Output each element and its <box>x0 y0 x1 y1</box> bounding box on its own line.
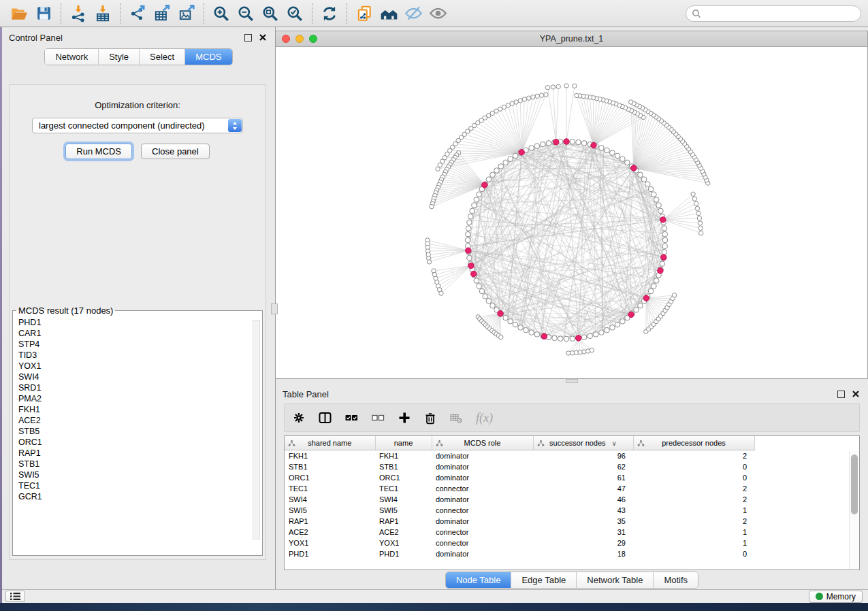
table-cell[interactable]: 1 <box>633 538 754 548</box>
tab-node-table[interactable]: Node Table <box>446 572 511 588</box>
create-column-button[interactable] <box>398 412 411 424</box>
mcds-result-item[interactable]: GCR1 <box>18 491 253 502</box>
close-mcds-panel-button[interactable]: Close panel <box>141 144 210 159</box>
table-cell[interactable]: STB1 <box>375 461 432 472</box>
float-panel-button[interactable] <box>242 32 253 43</box>
zoom-fit-button[interactable] <box>258 2 283 25</box>
column-header-mcds-role[interactable]: MCDS role <box>432 436 533 450</box>
tab-network[interactable]: Network <box>45 49 98 65</box>
tab-mcds[interactable]: MCDS <box>184 49 231 65</box>
zoom-in-button[interactable] <box>209 2 234 25</box>
table-cell[interactable]: dominator <box>432 548 533 559</box>
table-cell[interactable]: 47 <box>533 483 633 494</box>
network-graph[interactable] <box>276 47 865 378</box>
table-row[interactable]: RAP1RAP1dominator352 <box>285 516 754 527</box>
table-scrollbar-thumb[interactable] <box>851 455 858 514</box>
mcds-result-item[interactable]: ACE2 <box>18 415 253 426</box>
table-cell[interactable]: dominator <box>432 472 533 483</box>
table-cell[interactable]: dominator <box>432 450 533 462</box>
table-row[interactable]: STB1STB1dominator620 <box>285 461 754 472</box>
table-cell[interactable]: SWI4 <box>375 494 432 505</box>
table-cell[interactable]: 2 <box>633 483 754 494</box>
table-row[interactable]: SWI5SWI5connector431 <box>285 505 754 516</box>
table-row[interactable]: FKH1FKH1dominator962 <box>285 450 754 462</box>
table-cell[interactable]: RAP1 <box>375 516 432 527</box>
table-settings-button[interactable] <box>293 412 305 424</box>
table-cell[interactable]: PHD1 <box>375 548 432 559</box>
column-header-predecessor-nodes[interactable]: predecessor nodes <box>633 436 754 450</box>
column-header-name[interactable]: name <box>375 436 432 450</box>
column-header-shared-name[interactable]: shared name <box>285 436 375 450</box>
table-cell[interactable]: ORC1 <box>375 472 432 483</box>
table-cell[interactable]: connector <box>432 483 533 494</box>
table-cell[interactable]: 96 <box>533 450 633 462</box>
tab-edge-table[interactable]: Edge Table <box>511 572 576 588</box>
tab-select[interactable]: Select <box>139 49 184 65</box>
table-cell[interactable]: 2 <box>633 450 754 462</box>
table-cell[interactable]: ACE2 <box>285 527 375 538</box>
sort-desc-icon[interactable]: ∨ <box>612 440 617 447</box>
open-session-button[interactable] <box>7 2 31 25</box>
table-cell[interactable]: SWI5 <box>375 505 432 516</box>
show-all-button[interactable] <box>425 2 450 25</box>
table-cell[interactable]: 18 <box>533 548 633 559</box>
table-cell[interactable]: dominator <box>432 461 533 472</box>
table-cell[interactable]: connector <box>432 538 533 548</box>
horizontal-splitter-handle[interactable] <box>566 379 578 383</box>
table-cell[interactable]: dominator <box>432 494 533 505</box>
mcds-result-item[interactable]: STB1 <box>18 459 253 469</box>
result-list-scrollbar[interactable] <box>253 320 260 540</box>
table-row[interactable]: SWI4SWI4dominator462 <box>285 494 754 505</box>
tab-motifs[interactable]: Motifs <box>653 572 698 588</box>
delete-table-button[interactable] <box>450 412 462 424</box>
show-panels-button[interactable] <box>5 591 25 602</box>
export-network-button[interactable] <box>125 2 150 25</box>
mcds-result-item[interactable]: PMA2 <box>18 393 253 404</box>
deselect-all-rows-button[interactable] <box>372 412 385 424</box>
table-row[interactable]: YOX1YOX1connector291 <box>285 538 754 548</box>
table-cell[interactable]: 29 <box>533 538 633 548</box>
export-image-button[interactable] <box>174 2 199 25</box>
memory-button[interactable]: Memory <box>809 591 863 603</box>
network-canvas[interactable] <box>276 47 867 378</box>
refresh-view-button[interactable] <box>317 2 342 25</box>
duplicate-network-button[interactable] <box>352 2 376 25</box>
first-neighbors-button[interactable] <box>376 2 401 25</box>
table-cell[interactable]: 2 <box>633 494 754 505</box>
mcds-result-item[interactable]: STB5 <box>18 426 253 437</box>
table-cell[interactable]: YOX1 <box>285 538 375 548</box>
tab-network-table[interactable]: Network Table <box>576 572 653 588</box>
table-cell[interactable]: 1 <box>633 527 754 538</box>
float-table-panel-button[interactable] <box>835 389 846 399</box>
mcds-result-item[interactable]: RAP1 <box>18 448 253 459</box>
table-cell[interactable]: ACE2 <box>375 527 432 538</box>
close-panel-button[interactable] <box>257 32 268 43</box>
mcds-result-item[interactable]: CAR1 <box>18 328 253 339</box>
search-field[interactable] <box>686 5 861 22</box>
delete-column-button[interactable] <box>424 412 436 425</box>
table-cell[interactable]: TEC1 <box>285 483 375 494</box>
table-cell[interactable]: 1 <box>633 505 754 516</box>
node-table[interactable]: shared namenameMCDS rolesuccessor nodes∨… <box>285 436 755 559</box>
mcds-result-item[interactable]: SRD1 <box>18 382 253 393</box>
select-all-rows-button[interactable] <box>345 412 358 424</box>
function-builder-button[interactable]: f(x) <box>476 411 493 425</box>
table-cell[interactable]: SWI4 <box>285 494 375 505</box>
hide-selected-button[interactable] <box>401 2 425 25</box>
table-cell[interactable]: dominator <box>432 516 533 527</box>
mcds-result-item[interactable]: FKH1 <box>18 404 253 415</box>
zoom-selected-button[interactable] <box>283 2 307 25</box>
close-table-panel-button[interactable] <box>850 389 861 399</box>
table-cell[interactable]: STB1 <box>285 461 375 472</box>
mcds-result-item[interactable]: STP4 <box>18 339 253 350</box>
table-row[interactable]: PHD1PHD1dominator180 <box>285 548 754 559</box>
export-table-button[interactable] <box>150 2 174 25</box>
tab-style[interactable]: Style <box>98 49 139 65</box>
mcds-result-item[interactable]: TEC1 <box>18 480 253 491</box>
table-cell[interactable]: RAP1 <box>285 516 375 527</box>
table-cell[interactable]: 31 <box>533 527 633 538</box>
vertical-splitter-handle[interactable] <box>271 303 278 314</box>
table-cell[interactable]: 43 <box>533 505 633 516</box>
table-cell[interactable]: FKH1 <box>285 450 375 462</box>
mcds-result-item[interactable]: SWI4 <box>18 371 253 382</box>
